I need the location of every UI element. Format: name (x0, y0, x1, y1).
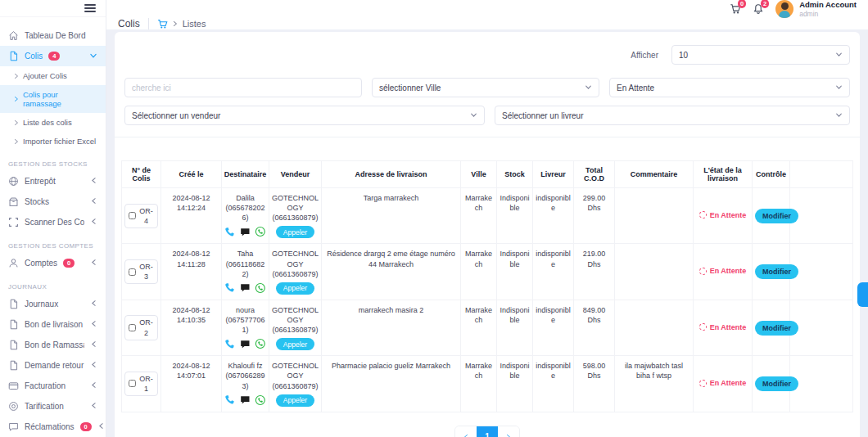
destinataire-cell: Dalila (0656782026) (222, 188, 269, 244)
status-cell: En Attente (694, 244, 753, 300)
sidebar-item-label: Tarification (25, 402, 84, 411)
chevron-right-icon (13, 119, 20, 126)
vendeur-select[interactable]: Sélectionner un vendeur (124, 106, 485, 125)
row-checkbox[interactable] (129, 324, 136, 331)
appeler-button[interactable]: Appeler (276, 394, 314, 407)
modifier-button[interactable]: Modifier (755, 321, 798, 336)
sms-icon[interactable] (240, 339, 251, 349)
whatsapp-icon[interactable] (255, 226, 266, 237)
page-size-row: Afficher 10 (124, 45, 850, 65)
comment-cell (615, 300, 694, 355)
whatsapp-icon[interactable] (255, 394, 266, 406)
sidebar-item-journaux[interactable]: Journaux (0, 294, 106, 314)
table-header-row: N° de Colis Créé le Destinataire Vendeur… (122, 161, 853, 188)
ville-cell: Marrakech (461, 356, 497, 412)
modifier-button[interactable]: Modifier (755, 264, 798, 279)
sidebar-item-label: Bon de Ramassage (25, 340, 84, 349)
phone-icon[interactable] (224, 227, 235, 237)
sidebar-item-entrepot[interactable]: Entrepôt (0, 171, 106, 191)
sidebar-item-facturation[interactable]: Facturation (0, 376, 106, 396)
col-header: Livreur (533, 161, 574, 188)
colis-id-box: OR-4 (124, 204, 158, 228)
livreur-select-value: Sélectionner un livreur (502, 111, 584, 120)
filters-divider (115, 137, 860, 137)
sidebar-item-reclamations[interactable]: Réclamations 0 (0, 417, 106, 437)
phone-icon[interactable] (224, 339, 235, 349)
spinner-icon (699, 323, 707, 331)
breadcrumb: Colis Listes (106, 18, 868, 29)
whatsapp-icon[interactable] (255, 282, 266, 294)
chevron-down-icon (585, 83, 592, 92)
colis-id: OR-1 (138, 374, 154, 394)
sidebar-subitem-colis-pour-ramassage[interactable]: Colis pour ramassage (0, 85, 106, 113)
sidebar-subitem-importer-fichier-excel[interactable]: Importer fichier Excel (0, 132, 106, 151)
user-menu[interactable]: Admin Account admin (775, 0, 857, 18)
content: Afficher 10 sélectionner Ville En Attent… (106, 29, 868, 437)
sidebar-item-bon-de-ramassage[interactable]: Bon de Ramassage (0, 335, 106, 355)
pagination-prev-button[interactable] (455, 426, 477, 437)
appeler-button[interactable]: Appeler (276, 338, 314, 350)
phone-icon[interactable] (224, 394, 235, 405)
status-cell: En Attente (694, 356, 753, 412)
destinataire-cell: noura (0675777061) (222, 300, 269, 355)
file-icon (8, 51, 19, 61)
modifier-button[interactable]: Modifier (755, 376, 798, 391)
stock-cell: Indisponible (497, 300, 533, 355)
cart-button[interactable]: 0 (730, 3, 741, 15)
notifications-button[interactable]: 2 (753, 3, 764, 15)
row-checkbox[interactable] (129, 212, 136, 219)
filters-row-1: sélectionner Ville En Attente (124, 78, 850, 97)
pagination-page-1[interactable]: 1 (477, 426, 498, 437)
section-gestion-des-comptes: Gestion des comptes (0, 232, 106, 253)
statut-select[interactable]: En Attente (609, 78, 850, 97)
modifier-button[interactable]: Modifier (755, 209, 798, 223)
hamburger-menu-icon[interactable] (84, 2, 96, 14)
sidebar-item-comptes[interactable]: Comptes 0 (0, 253, 106, 273)
address-cell: Résidence drargq 2 eme étage numéro 44 M… (322, 244, 461, 300)
breadcrumb-root[interactable]: Colis (118, 18, 140, 29)
sidebar-item-tableau-de-bord[interactable]: Tableau De Bord (0, 25, 106, 46)
phone-icon[interactable] (224, 282, 235, 293)
vendor-name: GOTECHNOLOGY (272, 249, 319, 268)
sidebar-subitem-ajouter-colis[interactable]: Ajouter Colis (0, 66, 106, 85)
sidebar-nav: Tableau De Bord Colis 4 Ajouter Colis Co… (0, 17, 106, 437)
status-cell: En Attente (694, 188, 753, 244)
search-input[interactable] (124, 78, 362, 97)
colis-id: OR-3 (138, 262, 154, 282)
row-checkbox[interactable] (129, 380, 136, 387)
sms-icon[interactable] (240, 282, 251, 293)
appeler-button[interactable]: Appeler (276, 226, 314, 238)
appeler-button[interactable]: Appeler (276, 282, 314, 295)
sidebar-item-tarification[interactable]: Tarification (0, 396, 106, 417)
file-icon (8, 360, 19, 371)
livreur-select[interactable]: Sélectionner un livreur (495, 106, 850, 125)
user-role: admin (799, 10, 857, 18)
chevron-left-icon (90, 361, 97, 370)
sms-icon[interactable] (240, 227, 251, 237)
sidebar-item-stocks[interactable]: Stocks (0, 191, 106, 212)
pagination-next-button[interactable] (498, 426, 519, 437)
sidebar-item-demande-retour[interactable]: Demande retour (0, 355, 106, 376)
page-size-select[interactable]: 10 (671, 45, 850, 65)
floating-settings-tab[interactable] (857, 282, 868, 307)
status-label: En Attente (710, 378, 747, 388)
cart-badge: 0 (738, 0, 746, 8)
controle-cell: Modifier (753, 356, 790, 412)
file-icon (8, 340, 19, 350)
livreur-cell: indisponible (533, 356, 574, 412)
whatsapp-icon[interactable] (255, 338, 266, 349)
stock-cell: Indisponible (497, 188, 533, 244)
vendor-name: GOTECHNOLOGY (272, 361, 319, 381)
sidebar-item-scanner-des-colis[interactable]: Scanner Des Colis (0, 212, 106, 232)
table-row: OR-3 2024-08-12 14:11:28 Taha (066118682… (122, 244, 853, 300)
sidebar-item-colis[interactable]: Colis 4 (0, 46, 106, 66)
chevron-right-icon (505, 434, 512, 437)
sidebar-item-bon-de-livraison[interactable]: Bon de livraison (0, 314, 106, 335)
sidebar-subitem-liste-des-colis[interactable]: Liste des colis (0, 113, 106, 132)
vendeur-cell: GOTECHNOLOGY (0661360879) Appeler (269, 244, 322, 300)
ville-select[interactable]: sélectionner Ville (372, 78, 599, 97)
row-checkbox[interactable] (129, 268, 136, 276)
sidebar-item-label: Journaux (25, 300, 84, 309)
sms-icon[interactable] (240, 394, 251, 405)
colis-id: OR-4 (138, 206, 154, 226)
